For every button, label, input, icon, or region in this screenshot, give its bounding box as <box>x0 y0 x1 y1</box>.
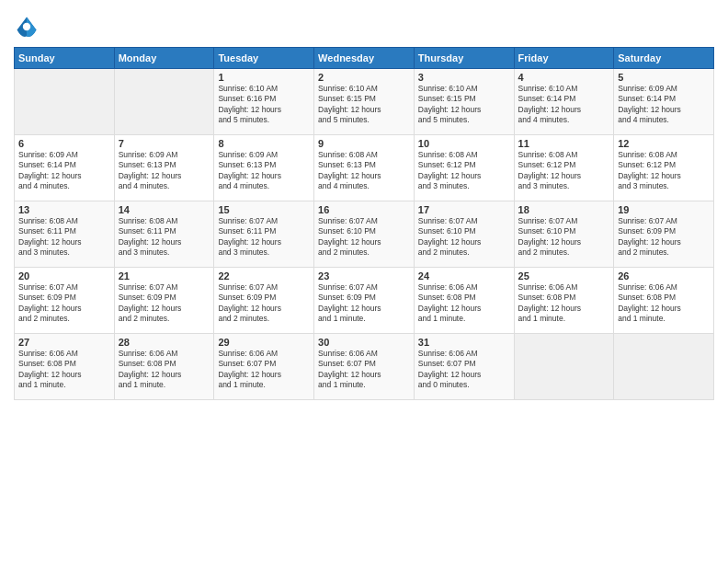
day-cell: 6Sunrise: 6:09 AM Sunset: 6:14 PM Daylig… <box>15 135 115 201</box>
day-info: Sunrise: 6:08 AM Sunset: 6:12 PM Dayligh… <box>618 150 710 192</box>
day-cell: 15Sunrise: 6:07 AM Sunset: 6:11 PM Dayli… <box>214 201 314 268</box>
day-cell: 29Sunrise: 6:06 AM Sunset: 6:07 PM Dayli… <box>214 334 314 400</box>
day-number: 25 <box>518 270 610 282</box>
day-info: Sunrise: 6:07 AM Sunset: 6:09 PM Dayligh… <box>218 282 310 325</box>
day-cell: 19Sunrise: 6:07 AM Sunset: 6:09 PM Dayli… <box>614 201 714 268</box>
day-number: 28 <box>119 337 210 348</box>
day-cell: 10Sunrise: 6:08 AM Sunset: 6:12 PM Dayli… <box>414 135 514 201</box>
day-info: Sunrise: 6:08 AM Sunset: 6:12 PM Dayligh… <box>518 150 610 192</box>
col-wednesday: Wednesday <box>314 48 415 69</box>
day-number: 14 <box>119 204 210 215</box>
day-info: Sunrise: 6:09 AM Sunset: 6:14 PM Dayligh… <box>18 150 110 192</box>
day-info: Sunrise: 6:07 AM Sunset: 6:09 PM Dayligh… <box>119 282 210 325</box>
week-row-2: 6Sunrise: 6:09 AM Sunset: 6:14 PM Daylig… <box>15 135 714 201</box>
col-monday: Monday <box>114 48 214 69</box>
day-cell: 21Sunrise: 6:07 AM Sunset: 6:09 PM Dayli… <box>114 268 214 334</box>
day-cell: 26Sunrise: 6:06 AM Sunset: 6:08 PM Dayli… <box>614 268 714 334</box>
col-tuesday: Tuesday <box>214 48 314 69</box>
day-info: Sunrise: 6:08 AM Sunset: 6:13 PM Dayligh… <box>318 150 410 192</box>
header-row: Sunday Monday Tuesday Wednesday Thursday… <box>15 48 714 69</box>
day-info: Sunrise: 6:07 AM Sunset: 6:10 PM Dayligh… <box>518 216 610 259</box>
day-number: 13 <box>18 204 110 215</box>
day-cell: 4Sunrise: 6:10 AM Sunset: 6:14 PM Daylig… <box>514 69 614 135</box>
day-cell: 23Sunrise: 6:07 AM Sunset: 6:09 PM Dayli… <box>314 268 415 334</box>
svg-point-0 <box>23 23 30 30</box>
calendar-table: Sunday Monday Tuesday Wednesday Thursday… <box>14 47 714 400</box>
day-number: 3 <box>418 72 510 83</box>
day-info: Sunrise: 6:10 AM Sunset: 6:15 PM Dayligh… <box>318 84 410 126</box>
day-info: Sunrise: 6:10 AM Sunset: 6:16 PM Dayligh… <box>218 84 310 126</box>
day-info: Sunrise: 6:06 AM Sunset: 6:07 PM Dayligh… <box>418 349 510 391</box>
week-row-4: 20Sunrise: 6:07 AM Sunset: 6:09 PM Dayli… <box>15 268 714 334</box>
day-number: 22 <box>218 270 310 282</box>
day-number: 10 <box>418 138 510 149</box>
col-saturday: Saturday <box>614 48 714 69</box>
day-cell: 5Sunrise: 6:09 AM Sunset: 6:14 PM Daylig… <box>614 69 714 135</box>
day-number: 12 <box>618 138 710 149</box>
day-number: 31 <box>418 337 510 348</box>
day-cell: 30Sunrise: 6:06 AM Sunset: 6:07 PM Dayli… <box>314 334 415 400</box>
day-info: Sunrise: 6:09 AM Sunset: 6:13 PM Dayligh… <box>218 150 310 192</box>
day-cell <box>614 334 714 400</box>
day-number: 6 <box>18 138 110 149</box>
day-info: Sunrise: 6:07 AM Sunset: 6:10 PM Dayligh… <box>418 216 510 259</box>
day-cell: 2Sunrise: 6:10 AM Sunset: 6:15 PM Daylig… <box>314 69 415 135</box>
day-info: Sunrise: 6:10 AM Sunset: 6:15 PM Dayligh… <box>418 84 510 126</box>
week-row-3: 13Sunrise: 6:08 AM Sunset: 6:11 PM Dayli… <box>15 201 714 268</box>
header-area <box>14 9 714 40</box>
day-number: 5 <box>618 72 710 83</box>
day-info: Sunrise: 6:06 AM Sunset: 6:07 PM Dayligh… <box>318 349 410 391</box>
day-cell: 8Sunrise: 6:09 AM Sunset: 6:13 PM Daylig… <box>214 135 314 201</box>
day-cell: 12Sunrise: 6:08 AM Sunset: 6:12 PM Dayli… <box>614 135 714 201</box>
day-cell: 1Sunrise: 6:10 AM Sunset: 6:16 PM Daylig… <box>214 69 314 135</box>
day-info: Sunrise: 6:09 AM Sunset: 6:14 PM Dayligh… <box>618 84 710 126</box>
day-info: Sunrise: 6:10 AM Sunset: 6:14 PM Dayligh… <box>518 84 610 126</box>
day-number: 21 <box>119 270 210 282</box>
day-info: Sunrise: 6:06 AM Sunset: 6:07 PM Dayligh… <box>218 349 310 391</box>
day-cell: 27Sunrise: 6:06 AM Sunset: 6:08 PM Dayli… <box>15 334 115 400</box>
col-friday: Friday <box>514 48 614 69</box>
day-info: Sunrise: 6:06 AM Sunset: 6:08 PM Dayligh… <box>618 282 710 325</box>
day-info: Sunrise: 6:06 AM Sunset: 6:08 PM Dayligh… <box>18 349 110 391</box>
week-row-5: 27Sunrise: 6:06 AM Sunset: 6:08 PM Dayli… <box>15 334 714 400</box>
day-number: 9 <box>318 138 410 149</box>
day-cell: 28Sunrise: 6:06 AM Sunset: 6:08 PM Dayli… <box>114 334 214 400</box>
logo-icon <box>14 14 40 40</box>
day-number: 7 <box>119 138 210 149</box>
main-container: Sunday Monday Tuesday Wednesday Thursday… <box>0 0 728 409</box>
day-number: 2 <box>318 72 410 83</box>
day-number: 8 <box>218 138 310 149</box>
day-number: 19 <box>618 204 710 215</box>
day-number: 1 <box>218 72 310 83</box>
day-number: 29 <box>218 337 310 348</box>
day-cell: 22Sunrise: 6:07 AM Sunset: 6:09 PM Dayli… <box>214 268 314 334</box>
day-cell: 14Sunrise: 6:08 AM Sunset: 6:11 PM Dayli… <box>114 201 214 268</box>
day-number: 30 <box>318 337 410 348</box>
day-number: 24 <box>418 270 510 282</box>
day-cell: 16Sunrise: 6:07 AM Sunset: 6:10 PM Dayli… <box>314 201 415 268</box>
calendar-body: 1Sunrise: 6:10 AM Sunset: 6:16 PM Daylig… <box>15 69 714 400</box>
day-cell: 7Sunrise: 6:09 AM Sunset: 6:13 PM Daylig… <box>114 135 214 201</box>
day-info: Sunrise: 6:08 AM Sunset: 6:11 PM Dayligh… <box>119 216 210 259</box>
day-number: 20 <box>18 270 110 282</box>
day-cell <box>15 69 115 135</box>
logo <box>14 14 41 40</box>
day-info: Sunrise: 6:07 AM Sunset: 6:09 PM Dayligh… <box>618 216 710 259</box>
day-info: Sunrise: 6:09 AM Sunset: 6:13 PM Dayligh… <box>119 150 210 192</box>
day-info: Sunrise: 6:08 AM Sunset: 6:11 PM Dayligh… <box>18 216 110 259</box>
week-row-1: 1Sunrise: 6:10 AM Sunset: 6:16 PM Daylig… <box>15 69 714 135</box>
day-number: 11 <box>518 138 610 149</box>
day-cell <box>514 334 614 400</box>
day-cell: 11Sunrise: 6:08 AM Sunset: 6:12 PM Dayli… <box>514 135 614 201</box>
day-info: Sunrise: 6:07 AM Sunset: 6:09 PM Dayligh… <box>318 282 410 325</box>
day-cell: 3Sunrise: 6:10 AM Sunset: 6:15 PM Daylig… <box>414 69 514 135</box>
day-cell: 24Sunrise: 6:06 AM Sunset: 6:08 PM Dayli… <box>414 268 514 334</box>
day-number: 27 <box>18 337 110 348</box>
day-cell: 31Sunrise: 6:06 AM Sunset: 6:07 PM Dayli… <box>414 334 514 400</box>
day-number: 18 <box>518 204 610 215</box>
day-number: 16 <box>318 204 410 215</box>
col-sunday: Sunday <box>15 48 115 69</box>
day-cell: 25Sunrise: 6:06 AM Sunset: 6:08 PM Dayli… <box>514 268 614 334</box>
day-cell: 17Sunrise: 6:07 AM Sunset: 6:10 PM Dayli… <box>414 201 514 268</box>
day-info: Sunrise: 6:06 AM Sunset: 6:08 PM Dayligh… <box>119 349 210 391</box>
